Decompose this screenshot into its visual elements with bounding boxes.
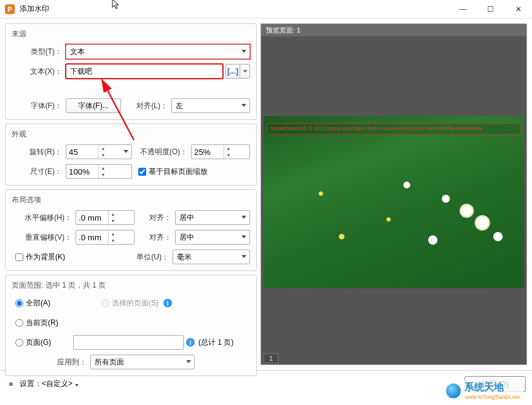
preview-pane: 预览页面: 1 SmartDataSoft © 2013 demo purcha… — [260, 23, 527, 365]
range-current-text: 当前页(R) — [26, 318, 58, 328]
text-input[interactable] — [66, 64, 223, 79]
text-macro-button[interactable]: [...] — [225, 64, 240, 79]
range-pages-radio[interactable] — [15, 339, 23, 347]
type-label: 类型(T)： — [12, 47, 66, 57]
size-stepper[interactable]: ▲▼ — [98, 165, 108, 178]
voffset-label: 垂直偏移(V)： — [12, 232, 76, 243]
background-checkbox[interactable] — [15, 253, 23, 261]
appearance-group-title: 外观 — [12, 129, 250, 140]
preview-area[interactable]: SmartDataSoft © 2013 demo purchase from … — [261, 36, 526, 364]
window-title: 添加水印 — [20, 4, 49, 14]
opacity-stepper[interactable]: ▲▼ — [224, 145, 233, 159]
gear-icon[interactable] — [6, 379, 16, 389]
hoffset-label: 水平偏移(H)： — [12, 213, 76, 223]
source-group-title: 来源 — [12, 29, 250, 39]
voffset-stepper[interactable]: ▲▼ — [108, 230, 117, 244]
preview-image — [264, 116, 524, 288]
range-pages-label[interactable]: 页面(G) — [15, 337, 73, 348]
range-all-text: 全部(A) — [26, 298, 50, 309]
font-label: 字体(F)： — [12, 101, 66, 111]
pages-hint: (总计 1 页) — [198, 337, 233, 348]
text-macro-dropdown[interactable] — [240, 64, 250, 79]
font-button[interactable]: 字体(F)... — [66, 98, 121, 113]
branding-url: www.XiTongTianDi.net — [464, 394, 520, 400]
type-select[interactable]: 文本 — [66, 44, 250, 59]
text-align-select[interactable]: 左 — [171, 98, 250, 113]
cursor-icon — [112, 0, 120, 10]
branding-name: 系统天地 — [464, 381, 520, 394]
rotate-label: 旋转(R)： — [12, 147, 66, 157]
text-align-label: 对齐(L)： — [121, 101, 171, 111]
size-label: 尺寸(E)： — [12, 167, 66, 177]
range-selected-label: 选择的页面(S) i — [101, 298, 172, 309]
window-controls: — ☐ ✕ — [449, 0, 532, 18]
preview-header: 预览页面: 1 — [261, 24, 526, 36]
range-pages-text: 页面(G) — [26, 337, 51, 348]
opacity-input[interactable] — [192, 145, 224, 159]
hoffset-input[interactable] — [76, 211, 108, 224]
range-current-radio[interactable] — [15, 319, 23, 327]
rotate-input[interactable] — [66, 145, 98, 159]
source-group: 来源 类型(T)： 文本 文本(X)： [...] 字体(F)： 字体(F)..… — [5, 23, 257, 120]
text-label: 文本(X)： — [12, 66, 66, 77]
background-checkbox-text: 作为背景(K) — [26, 252, 65, 262]
layout-group: 布局选项 水平偏移(H)： ▲▼ 对齐： 居中 垂直偏移(V)： ▲▼ 对齐： … — [5, 189, 257, 271]
apply-label: 应用到： — [12, 357, 90, 368]
info-icon: i — [163, 299, 172, 307]
valign-select[interactable]: 居中 — [175, 230, 250, 245]
pages-input[interactable] — [73, 335, 184, 350]
range-selected-text: 选择的页面(S) — [112, 298, 158, 309]
close-button[interactable]: ✕ — [504, 0, 532, 18]
minimize-button[interactable]: — — [449, 0, 477, 18]
appearance-group: 外观 旋转(R)： ▲▼ 不透明度(O)： ▲▼ 尺寸(E)： ▲▼ 基于目标页… — [5, 124, 257, 186]
page-indicator[interactable]: 1 — [264, 353, 278, 363]
app-icon: P — [5, 4, 15, 14]
scale-checkbox[interactable] — [138, 168, 146, 176]
hoffset-stepper[interactable]: ▲▼ — [108, 211, 117, 224]
scale-checkbox-text: 基于目标页面缩放 — [149, 167, 208, 177]
range-current-label[interactable]: 当前页(R) — [15, 318, 58, 328]
valign-label: 对齐： — [135, 232, 175, 243]
title-bar: P 添加水印 — ☐ ✕ — [0, 0, 532, 18]
unit-label: 单位(U)： — [132, 252, 173, 262]
page-range-title: 页面范围: 选中 1 页，共 1 页 — [12, 280, 250, 291]
settings-label[interactable]: 设置：<自定义> — [20, 379, 72, 389]
range-selected-radio — [101, 299, 109, 307]
page-range-group: 页面范围: 选中 1 页，共 1 页 全部(A) 选择的页面(S) i 当前页(… — [5, 275, 257, 376]
branding-badge: 系统天地 www.XiTongTianDi.net — [442, 380, 523, 401]
range-all-radio[interactable] — [15, 299, 23, 307]
scale-checkbox-label[interactable]: 基于目标页面缩放 — [138, 167, 208, 177]
globe-icon — [446, 383, 461, 398]
layout-group-title: 布局选项 — [12, 195, 250, 205]
halign-label: 对齐： — [135, 213, 175, 223]
unit-select[interactable]: 毫米 — [173, 250, 250, 264]
maximize-button[interactable]: ☐ — [477, 0, 504, 18]
rotate-stepper[interactable]: ▲▼ — [98, 145, 108, 159]
halign-select[interactable]: 居中 — [175, 210, 250, 225]
range-all-label[interactable]: 全部(A) — [15, 298, 101, 309]
opacity-label: 不透明度(O)： — [132, 147, 191, 157]
watermark-overlay: SmartDataSoft © 2013 demo purchase from … — [267, 124, 520, 135]
info-icon[interactable]: i — [186, 338, 195, 347]
apply-select[interactable]: 所有页面 — [90, 355, 195, 369]
size-input[interactable] — [66, 165, 98, 178]
settings-dropdown-icon[interactable] — [75, 380, 79, 388]
background-checkbox-label[interactable]: 作为背景(K) — [15, 252, 65, 262]
voffset-input[interactable] — [76, 230, 108, 244]
